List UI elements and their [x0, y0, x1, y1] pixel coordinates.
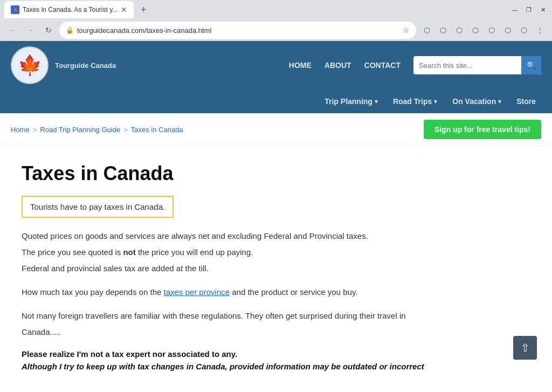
not-bold: not — [123, 247, 135, 257]
on-vacation-arrow: ▾ — [498, 98, 501, 105]
url-bar[interactable]: 🔒 tourguidecanada.com/taxes-in-canada.ht… — [59, 22, 416, 39]
breadcrumb-sep-2: > — [123, 126, 128, 134]
road-trips-arrow: ▾ — [434, 98, 437, 105]
extension-icon-7[interactable]: ⬡ — [516, 23, 532, 38]
header-bottom-nav: Trip Planning ▾ Road Trips ▾ On Vacation… — [0, 90, 552, 113]
extension-icon-1[interactable]: ⬡ — [419, 23, 434, 38]
page-title: Taxes in Canada — [22, 162, 496, 185]
close-button[interactable]: ✕ — [538, 5, 548, 15]
breadcrumb-bar: Home > Road Trip Planning Guide > Taxes … — [0, 113, 552, 146]
nav-about[interactable]: ABOUT — [325, 61, 351, 70]
signup-button[interactable]: Sign up for free travel tips! — [424, 120, 541, 139]
bold-para-1: Please realize I'm not a tax expert nor … — [22, 349, 496, 359]
tab-close-button[interactable]: ✕ — [121, 5, 127, 14]
logo-area[interactable]: 🍁 Tourguide Canada — [11, 46, 116, 84]
extension-icon-3[interactable]: ⬡ — [452, 23, 467, 38]
para-2: How much tax you pay depends on the taxe… — [22, 286, 496, 299]
content-section-1: Quoted prices on goods and services are … — [22, 230, 496, 275]
address-bar: ← → ↻ 🔒 tourguidecanada.com/taxes-in-can… — [0, 19, 552, 41]
logo-leaf-icon: 🍁 — [18, 54, 42, 77]
nav-trip-planning[interactable]: Trip Planning ▾ — [319, 94, 383, 109]
extension-icon-5[interactable]: ⬡ — [484, 23, 499, 38]
breadcrumb-current: Taxes in Canada — [131, 126, 183, 134]
new-tab-button[interactable]: + — [136, 2, 151, 17]
para-3-line-1: Not many foreign travellers are familiar… — [22, 310, 496, 322]
site-header: 🍁 Tourguide Canada HOME ABOUT CONTACT 🔍 — [0, 41, 552, 113]
content-section-4: Please realize I'm not a tax expert nor … — [22, 349, 496, 371]
bold-italic-para-2: Although I try to keep up with tax chang… — [22, 362, 496, 371]
extension-icon-4[interactable]: ⬡ — [468, 23, 483, 38]
main-content: Taxes in Canada Tourists have to pay tax… — [0, 146, 518, 392]
breadcrumb: Home > Road Trip Planning Guide > Taxes … — [11, 126, 183, 134]
search-button[interactable]: 🔍 — [521, 56, 541, 74]
site-logo-text: Tourguide Canada — [55, 61, 116, 70]
para-1-line-1: Quoted prices on goods and services are … — [22, 230, 496, 243]
nav-home[interactable]: HOME — [289, 61, 312, 70]
trip-planning-arrow: ▾ — [375, 98, 378, 105]
breadcrumb-sep-1: > — [33, 126, 37, 134]
extension-icon-6[interactable]: ⬡ — [500, 23, 515, 38]
breadcrumb-road-trip-guide[interactable]: Road Trip Planning Guide — [40, 126, 120, 134]
extension-icon-2[interactable]: ⬡ — [436, 23, 451, 38]
toolbar-icons: ⬡ ⬡ ⬡ ⬡ ⬡ ⬡ ⬡ ⋮ — [419, 23, 548, 38]
nav-road-trips[interactable]: Road Trips ▾ — [388, 94, 443, 109]
para-1-line-3: Federal and provincial sales tax are add… — [22, 262, 496, 275]
tab-favicon: 🍁 — [11, 5, 19, 14]
search-bar: 🔍 — [413, 56, 541, 74]
header-nav: HOME ABOUT CONTACT 🔍 — [289, 56, 541, 74]
para-3-line-2: Canada..... — [22, 326, 496, 339]
more-options-button[interactable]: ⋮ — [533, 23, 548, 38]
refresh-button[interactable]: ↻ — [41, 23, 56, 38]
url-text: tourguidecanada.com/taxes-in-canada.html — [77, 26, 399, 35]
nav-contact[interactable]: CONTACT — [364, 61, 401, 70]
logo-circle: 🍁 — [11, 46, 49, 84]
forward-button[interactable]: → — [23, 23, 38, 38]
breadcrumb-home[interactable]: Home — [11, 126, 30, 134]
bookmark-icon[interactable]: ☆ — [403, 26, 410, 35]
content-section-3: Not many foreign travellers are familiar… — [22, 310, 496, 339]
back-button[interactable]: ← — [4, 23, 19, 38]
browser-tab[interactable]: 🍁 Taxes in Canada. As a Tourist y... ✕ — [4, 1, 134, 18]
website-content: 🍁 Tourguide Canada HOME ABOUT CONTACT 🔍 — [0, 41, 552, 392]
highlight-text: Tourists have to pay taxes in Canada. — [30, 202, 165, 211]
para-1-line-2: The price you see quoted is not the pric… — [22, 246, 496, 259]
nav-store[interactable]: Store — [511, 94, 541, 109]
tab-title: Taxes in Canada. As a Tourist y... — [23, 6, 118, 13]
maximize-button[interactable]: ❐ — [524, 5, 534, 15]
content-section-2: How much tax you pay depends on the taxe… — [22, 286, 496, 299]
taxes-per-province-link[interactable]: taxes per province — [164, 287, 230, 297]
nav-on-vacation[interactable]: On Vacation ▾ — [447, 94, 507, 109]
highlight-box: Tourists have to pay taxes in Canada. — [22, 196, 174, 218]
lock-icon: 🔒 — [66, 26, 74, 34]
search-input[interactable] — [413, 59, 521, 72]
back-to-top-button[interactable]: ⇧ — [513, 336, 537, 360]
minimize-button[interactable]: — — [510, 5, 520, 15]
